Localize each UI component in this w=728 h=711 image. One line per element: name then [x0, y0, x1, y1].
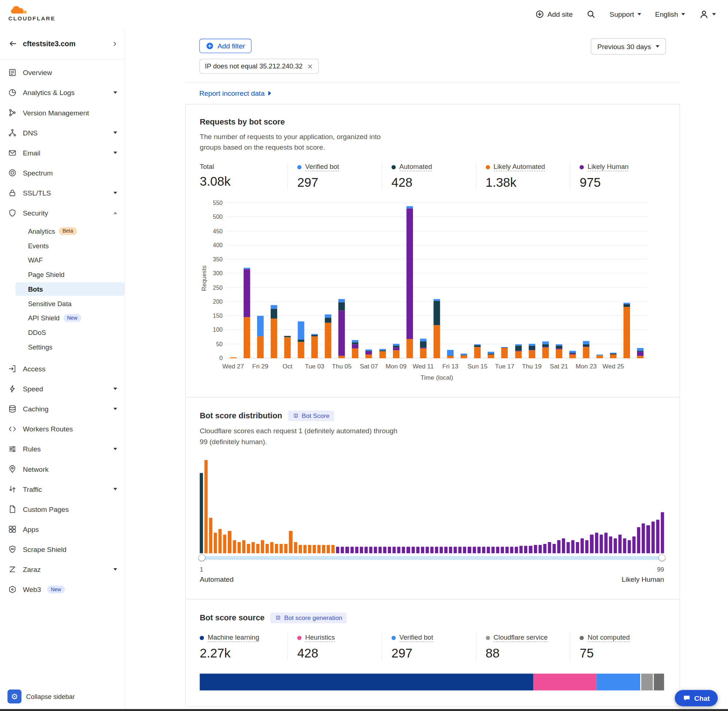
score-bar-64[interactable]	[496, 547, 499, 553]
score-bar-69[interactable]	[520, 546, 523, 553]
score-bar-72[interactable]	[533, 545, 537, 553]
sidebar-item-page-shield[interactable]: Page Shield	[15, 268, 124, 282]
sidebar-item-speed[interactable]: Speed	[0, 379, 124, 399]
score-bar-62[interactable]	[487, 547, 490, 553]
sidebar-item-overview[interactable]: Overview	[0, 63, 124, 83]
score-bar-53[interactable]	[444, 547, 447, 553]
site-switcher[interactable]: cftestsite3.com	[0, 28, 124, 60]
sidebar-item-custom-pages[interactable]: Custom Pages	[0, 499, 124, 519]
score-bar-86[interactable]	[600, 534, 603, 553]
search-button[interactable]	[587, 9, 595, 18]
requests-bar[interactable]	[230, 357, 236, 358]
requests-bar[interactable]	[312, 334, 318, 358]
sidebar-item-zaraz[interactable]: Zaraz	[0, 559, 124, 579]
score-bar-43[interactable]	[397, 547, 400, 553]
score-bar-39[interactable]	[378, 547, 382, 553]
score-bar-51[interactable]	[435, 547, 438, 553]
sidebar-item-access[interactable]: Access	[0, 358, 124, 379]
requests-bar[interactable]	[406, 207, 413, 358]
sidebar-item-sensitive-data[interactable]: Sensitive Data	[15, 297, 124, 310]
collapse-sidebar-button[interactable]: Collapse sidebar	[26, 693, 75, 701]
score-bar-79[interactable]	[567, 542, 570, 553]
score-bar-49[interactable]	[425, 547, 429, 553]
score-bar-20[interactable]	[289, 531, 292, 553]
requests-bar[interactable]	[298, 322, 304, 358]
requests-bar[interactable]	[243, 268, 250, 358]
bot-score-generation-tag[interactable]: Bot score generation	[270, 612, 347, 623]
score-bar-70[interactable]	[524, 546, 528, 553]
score-bar-48[interactable]	[421, 547, 424, 553]
score-bar-23[interactable]	[303, 545, 307, 553]
score-bar-52[interactable]	[440, 547, 443, 553]
score-bar-63[interactable]	[491, 547, 495, 553]
requests-bar[interactable]	[542, 341, 549, 358]
score-bar-38[interactable]	[374, 547, 377, 553]
requests-bar[interactable]	[270, 305, 277, 358]
requests-bar[interactable]	[569, 351, 576, 358]
filter-chip[interactable]: IP does not equal 35.212.240.32	[199, 59, 319, 74]
requests-bar[interactable]	[366, 350, 372, 358]
score-bar-37[interactable]	[369, 547, 372, 553]
sidebar-item-version-management[interactable]: Version Management	[0, 103, 124, 123]
score-bar-60[interactable]	[477, 547, 480, 553]
score-bar-8[interactable]	[233, 540, 236, 553]
slider-handle-max[interactable]	[659, 554, 665, 561]
sidebar-item-workers-routes[interactable]: Workers Routes	[0, 419, 124, 439]
score-bar-97[interactable]	[651, 522, 654, 553]
score-bar-25[interactable]	[313, 545, 316, 553]
sidebar-item-apps[interactable]: Apps	[0, 519, 124, 539]
sidebar-item-api-shield[interactable]: API ShieldNew	[15, 311, 124, 325]
sidebar-item-ddos[interactable]: DDoS	[15, 326, 124, 339]
requests-bar[interactable]	[379, 349, 386, 358]
score-bar-58[interactable]	[468, 547, 471, 553]
score-bar-87[interactable]	[604, 533, 607, 553]
score-bar-73[interactable]	[538, 545, 542, 553]
score-bar-74[interactable]	[543, 544, 546, 553]
score-bar-56[interactable]	[459, 547, 462, 553]
score-bar-16[interactable]	[270, 542, 273, 553]
score-bar-19[interactable]	[284, 544, 288, 553]
requests-bar[interactable]	[515, 344, 521, 358]
score-bar-44[interactable]	[402, 547, 405, 553]
score-bar-2[interactable]	[204, 460, 208, 553]
score-bar-54[interactable]	[449, 547, 452, 553]
cloudflare-logo[interactable]: CLOUDFLARE	[8, 6, 55, 22]
score-bar-41[interactable]	[388, 547, 391, 553]
score-bar-98[interactable]	[656, 519, 659, 553]
score-range-slider[interactable]	[199, 554, 664, 562]
date-range-select[interactable]: Previous 30 days	[591, 38, 666, 55]
sidebar-item-network[interactable]: Network	[0, 459, 124, 479]
requests-bar[interactable]	[637, 348, 644, 358]
score-bar-35[interactable]	[360, 547, 363, 553]
requests-bar[interactable]	[352, 340, 359, 358]
score-bar-15[interactable]	[266, 544, 269, 553]
score-bar-80[interactable]	[571, 540, 575, 553]
sidebar-item-scrape-shield[interactable]: Scrape Shield	[0, 539, 124, 559]
requests-bar[interactable]	[257, 316, 264, 358]
score-bar-68[interactable]	[515, 547, 518, 553]
score-bar-22[interactable]	[298, 545, 302, 553]
chat-button[interactable]: Chat	[675, 690, 718, 706]
score-bar-90[interactable]	[619, 534, 622, 553]
score-bar-13[interactable]	[256, 544, 259, 553]
score-bar-27[interactable]	[322, 545, 325, 553]
score-bar-89[interactable]	[614, 538, 617, 553]
requests-bar[interactable]	[325, 314, 331, 358]
score-bar-82[interactable]	[580, 538, 584, 553]
requests-bar[interactable]	[610, 353, 617, 358]
sidebar-item-analytics[interactable]: AnalyticsBeta	[15, 224, 124, 238]
score-bar-26[interactable]	[317, 545, 320, 553]
score-bar-4[interactable]	[214, 533, 217, 553]
sidebar-item-rules[interactable]: Rules	[0, 439, 124, 459]
sidebar-item-caching[interactable]: Caching	[0, 399, 124, 419]
score-bar-7[interactable]	[228, 531, 231, 553]
score-bar-29[interactable]	[331, 545, 335, 553]
score-bar-28[interactable]	[327, 545, 330, 553]
slider-track[interactable]	[201, 556, 663, 559]
score-bar-40[interactable]	[383, 547, 386, 553]
score-bar-11[interactable]	[247, 544, 250, 553]
score-bar-30[interactable]	[336, 547, 340, 553]
score-bar-50[interactable]	[430, 547, 433, 553]
sidebar-item-events[interactable]: Events	[15, 239, 124, 252]
score-bar-65[interactable]	[501, 547, 504, 553]
